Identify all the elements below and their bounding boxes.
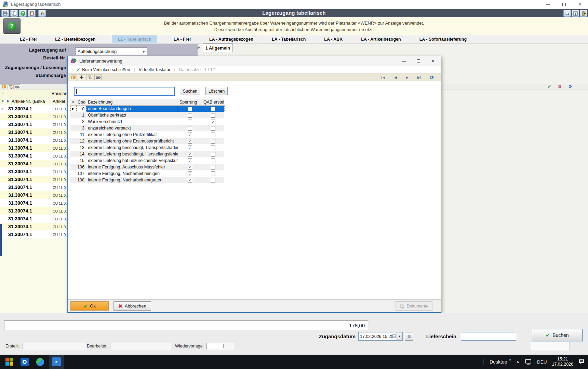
window-minimize-button[interactable]: — xyxy=(540,0,556,9)
dialog-split-button[interactable] xyxy=(78,74,85,80)
evaluation-row[interactable]: 1Oberfläche zerkratzt xyxy=(70,112,225,119)
article-row[interactable]: 31.30074.1CU 1L 0,4 xyxy=(0,160,67,168)
qab-cell[interactable] xyxy=(202,138,225,145)
row-selector-cell[interactable] xyxy=(70,125,76,132)
grid-filter-button[interactable] xyxy=(8,84,14,89)
sperrung-checkbox[interactable] xyxy=(188,178,192,182)
sperrung-cell[interactable] xyxy=(178,158,202,164)
article-row[interactable]: 31.30074.1CU 1L 0,4 xyxy=(0,121,67,128)
reload-button[interactable]: ⟳ xyxy=(429,75,435,80)
windows-list-button[interactable] xyxy=(572,10,579,17)
row-selector-cell[interactable] xyxy=(70,119,76,125)
evaluation-row[interactable]: 15externe Lieferung hat unzureichende Ve… xyxy=(70,158,225,164)
row-selector-cell[interactable] xyxy=(70,112,76,119)
sperrung-checkbox[interactable] xyxy=(188,152,192,156)
bezeichnung-cell[interactable]: externe Lieferung hat unzureichende Verp… xyxy=(86,158,178,164)
code-cell[interactable]: 0 xyxy=(76,106,86,112)
row-selector-cell[interactable] xyxy=(70,145,76,151)
row-selector-cell[interactable] xyxy=(70,164,76,170)
bezeichnung-cell[interactable]: unzureichend verpackt xyxy=(86,125,178,132)
search-button[interactable]: Suchen xyxy=(180,87,200,95)
windows-start-button[interactable] xyxy=(5,358,13,366)
row-selector-cell[interactable] xyxy=(70,132,76,138)
tab-la-auftragsbezogen[interactable]: LA - Auftragsbezogen xyxy=(207,36,255,43)
taskbar-language[interactable]: DEU xyxy=(537,359,547,365)
evaluation-row[interactable]: 106interne Fertigung, Ausschuss Massfehl… xyxy=(70,164,225,170)
qab-cell[interactable] xyxy=(202,170,225,177)
booking-type-dropdown[interactable]: Aufteilungsbuchung ▼ xyxy=(75,47,147,55)
sperrung-checkbox[interactable] xyxy=(188,133,192,137)
qab-cell[interactable] xyxy=(202,145,225,151)
zoom-button[interactable] xyxy=(563,10,571,17)
nav-first-button[interactable] xyxy=(380,75,386,80)
network-icon[interactable] xyxy=(524,359,532,365)
column-artikel-nr[interactable]: Artikel-Nr. (Einka xyxy=(12,99,45,104)
sperrung-cell[interactable] xyxy=(178,164,202,170)
evaluation-row[interactable]: 13externe Lieferung beschädigt, Transpor… xyxy=(70,145,225,151)
buchen-button[interactable]: ✔ Buchen xyxy=(532,329,583,341)
dialog-minimize-button[interactable]: — xyxy=(397,56,411,66)
sperrung-checkbox[interactable] xyxy=(188,146,192,150)
window-close-button[interactable]: ✕ xyxy=(572,0,588,9)
nav-prev-button[interactable] xyxy=(392,75,398,80)
article-row[interactable]: 31.30074.1CU 1L 0,4 xyxy=(0,207,67,215)
column-code[interactable]: Code xyxy=(76,99,86,105)
evaluation-row[interactable]: 12externe Lieferung ohne Erstmusterprüfb… xyxy=(70,138,225,145)
row-selector-cell[interactable] xyxy=(70,158,76,164)
evaluation-row[interactable]: 2Ware verschmutzt xyxy=(70,119,225,125)
tab-lz-tabellarisch[interactable]: LZ - Tabellarisch xyxy=(112,36,157,43)
cancel-button[interactable]: ✖ Abbrechen xyxy=(113,301,151,311)
sperrung-cell[interactable] xyxy=(178,145,202,151)
sperrung-cell[interactable] xyxy=(178,112,202,119)
bezeichnung-cell[interactable]: interne Fertigung, Ausschuss Massfehler xyxy=(86,164,178,170)
qab-checkbox[interactable] xyxy=(211,152,215,156)
refresh-icon[interactable]: ⟳ xyxy=(569,84,572,90)
left-scrollbar-thumb[interactable] xyxy=(0,224,2,256)
sperrung-cell[interactable] xyxy=(178,119,202,125)
article-row[interactable]: 31.30074.1CU 1L 0,4 xyxy=(0,199,67,207)
qab-checkbox[interactable] xyxy=(211,107,215,111)
code-cell[interactable]: 107 xyxy=(76,170,86,177)
sperrung-checkbox[interactable] xyxy=(188,113,192,118)
context-help-button[interactable]: ? xyxy=(3,18,21,34)
ok-button[interactable]: ✔ Ok xyxy=(70,301,109,311)
sperrung-checkbox[interactable] xyxy=(188,107,192,111)
grid-search-button[interactable] xyxy=(14,84,20,89)
taskbar-desktop-label[interactable]: Desktop xyxy=(490,359,507,365)
code-cell[interactable]: 106 xyxy=(76,164,86,170)
qab-checkbox[interactable] xyxy=(211,178,215,182)
zugangsdatum-field[interactable]: 17.02.2026 15:20 ▼ xyxy=(358,332,403,341)
nav-last-button[interactable] xyxy=(416,75,422,80)
nav-next-button[interactable] xyxy=(404,75,410,80)
menu-virtual-keyboard[interactable]: Virtuelle Tastatur xyxy=(139,67,171,72)
tab-la-frei[interactable]: LA - Frei xyxy=(172,36,193,43)
taskbar-outlook-button[interactable] xyxy=(21,358,29,366)
sperrung-checkbox[interactable] xyxy=(188,126,192,131)
search-input[interactable] xyxy=(74,87,175,96)
sperrung-cell[interactable] xyxy=(178,170,202,177)
article-row[interactable]: 31.30074.1CU 1L 0,4 xyxy=(0,128,67,136)
tab-lz-bestellbezogen[interactable]: LZ - Bestellbezogen xyxy=(53,36,97,43)
column-sperrung[interactable]: Sperrung xyxy=(178,99,202,105)
dialog-filter-button[interactable] xyxy=(86,74,93,80)
article-row[interactable]: 31.30074.1CU 1L 0,4 xyxy=(0,136,67,144)
qab-checkbox[interactable] xyxy=(211,159,215,163)
cancel-icon[interactable]: ✖ xyxy=(558,84,562,90)
documents-button[interactable]: Dokumente xyxy=(396,301,432,311)
article-row[interactable]: 31.30074.1CU 1L 0,4 xyxy=(0,183,67,191)
bezeichnung-cell[interactable]: interne Fertigung, Nacharbeit reinigen xyxy=(86,170,178,177)
article-row[interactable]: 31.30074.1CU 1L 0,4 xyxy=(0,144,67,152)
column-bezeichnung[interactable]: Bezeichnung xyxy=(86,99,178,105)
tab-la-tabellarisch[interactable]: LA - Tabellarisch xyxy=(270,36,308,43)
sperrung-cell[interactable] xyxy=(178,106,202,112)
code-cell[interactable]: 13 xyxy=(76,145,86,151)
qab-checkbox[interactable] xyxy=(211,165,215,169)
sperrung-cell[interactable] xyxy=(178,138,202,145)
qab-checkbox[interactable] xyxy=(211,126,215,131)
taskbar-browser-button[interactable] xyxy=(36,358,44,366)
bezeichnung-cell[interactable]: externe Lieferung beschädigt, Herstellun… xyxy=(86,151,178,158)
qab-checkbox[interactable] xyxy=(211,139,215,144)
evaluation-row[interactable]: 14externe Lieferung beschädigt, Herstell… xyxy=(70,151,225,158)
label-bestell-nr[interactable]: Bestell-Nr. xyxy=(1,55,66,60)
wiedervorlage-field[interactable] xyxy=(206,343,234,350)
